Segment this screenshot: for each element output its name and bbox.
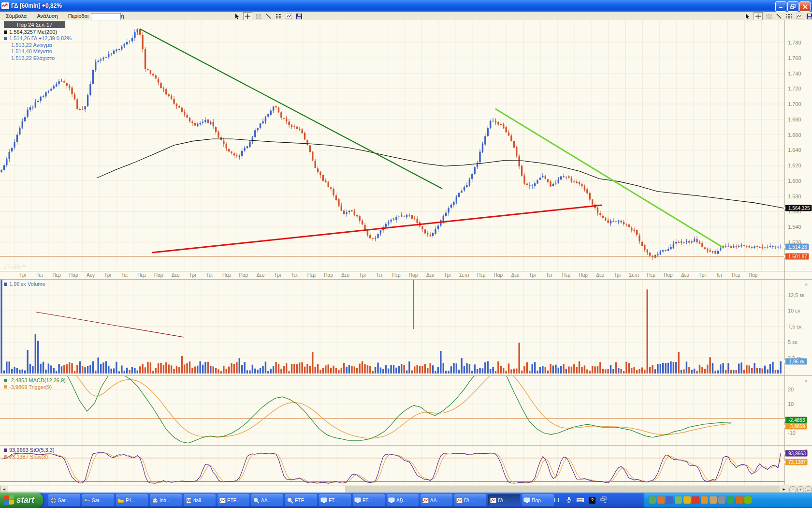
tray-green-utility-icon[interactable] — [649, 496, 656, 504]
macd-chart-canvas[interactable] — [0, 376, 784, 445]
trendline-icon[interactable] — [264, 13, 273, 20]
price-legend-row: 1.513,22 Ανοιγμα — [4, 42, 52, 48]
taskbar-button-9[interactable]: FT... — [319, 494, 351, 506]
taskbar-button-2[interactable]: Sar... — [82, 494, 114, 506]
taskbar-button-5[interactable]: Wdail... — [184, 494, 216, 506]
x-axis-label: Σεπτ — [459, 272, 470, 278]
tray-nvidia-icon[interactable] — [744, 496, 752, 504]
trendline-icon[interactable] — [775, 13, 783, 20]
price-legend-row: 1.564,3257 Me(200) — [4, 29, 57, 35]
price-tick: 1.540 — [788, 224, 801, 230]
microphone-icon[interactable] — [566, 496, 572, 504]
price-tick: 1.680 — [788, 117, 801, 122]
price-tick: 1.780 — [788, 40, 801, 45]
volume-pane-close-icon[interactable]: × — [803, 282, 809, 287]
help-icon[interactable]: ? — [589, 497, 595, 504]
stoch-pane-close-icon[interactable]: × — [803, 447, 809, 453]
x-axis-label: Παρ — [579, 272, 588, 278]
horizontal-lines-icon[interactable] — [785, 13, 793, 20]
tray-blue-r-app-icon[interactable] — [666, 496, 673, 504]
toolbar-right — [743, 12, 812, 20]
tray-green-status-icon[interactable] — [727, 496, 734, 504]
window-titlebar[interactable]: ΓΔ [60min] +0,82% — [0, 0, 812, 12]
price-legend-row: 1.514,48 Μέγιστο — [4, 48, 52, 54]
cursor-icon[interactable] — [233, 13, 241, 20]
volume-chart-canvas[interactable] — [0, 280, 784, 375]
taskbar-button-3[interactable]: F:\... — [116, 494, 148, 506]
start-button[interactable]: start — [0, 493, 43, 508]
tray-orange-tool-icon[interactable] — [657, 496, 665, 504]
close-button[interactable] — [799, 1, 811, 12]
price-tick: 1.600 — [788, 178, 801, 184]
tray-gears-status-icon[interactable] — [675, 496, 682, 504]
x-axis-label: Τρι — [274, 272, 281, 278]
save-icon[interactable] — [805, 13, 812, 20]
tray-security-shield-icon[interactable] — [683, 496, 691, 504]
restore-button[interactable] — [787, 1, 798, 12]
taskbar-button-13[interactable]: ΓΔ ... — [454, 494, 486, 506]
taskbar-button-14[interactable]: ΓΔ .. — [488, 494, 520, 506]
indicator-legend-row: -2,4853 MACD(12,26,9) — [4, 377, 66, 383]
tray-messenger-icon[interactable] — [710, 496, 717, 504]
chart-icon[interactable] — [285, 13, 293, 20]
tray-red-alert-icon[interactable] — [692, 496, 699, 504]
x-axis-label: Πεμ — [562, 272, 570, 278]
dotted-box-icon[interactable] — [765, 13, 773, 20]
volume-tick: 10 εκ — [788, 308, 800, 314]
crosshair-icon[interactable] — [754, 12, 763, 20]
dotted-box-icon[interactable] — [254, 13, 262, 20]
x-axis-label: Τετ — [121, 272, 128, 278]
language-indicator[interactable]: EL — [554, 497, 561, 504]
taskbar-button-12[interactable]: ΑΛ... — [420, 494, 452, 506]
horizontal-scrollbar: ◄ ► − + ↔ — [0, 485, 812, 493]
menu-Σύμβολα[interactable]: Σύμβολα — [3, 12, 29, 20]
chart-icon[interactable] — [795, 13, 803, 20]
minimize-button[interactable] — [775, 1, 786, 12]
taskbar: start Sar...Sar...F:\...Inb...Wdail...ET… — [0, 493, 812, 508]
tray-update-icon[interactable] — [736, 496, 743, 504]
horizontal-lines-icon[interactable] — [275, 13, 283, 20]
x-axis-label: Πεμ — [392, 272, 400, 278]
x-axis-label: Παρ — [749, 272, 758, 278]
monitor-icon — [354, 497, 361, 503]
save-icon[interactable] — [295, 13, 303, 20]
tray-speaker-icon[interactable] — [718, 496, 725, 504]
taskbar-button-7[interactable]: ΑΛ... — [251, 494, 283, 506]
keyboard-ime-icon[interactable] — [577, 497, 584, 504]
app-chart-icon — [1, 2, 9, 9]
taskbar-button-6[interactable]: ETE... — [218, 494, 249, 506]
restore-panel-icon[interactable] — [600, 496, 607, 504]
taskbar-button-8[interactable]: ΕΤΕ... — [285, 494, 317, 506]
ztrade-watermark: ZTrade™ — [4, 264, 26, 269]
tray-orange-flag-icon[interactable] — [701, 496, 708, 504]
taskbar-button-11[interactable]: Αξι... — [387, 494, 419, 506]
symbol-input[interactable] — [91, 13, 121, 20]
volume-tick: 12,5 εκ — [788, 292, 805, 298]
menu-Ανάλυση[interactable]: Ανάλυση — [34, 12, 60, 20]
price-chart-canvas[interactable] — [0, 20, 784, 271]
x-axis-label: Παρ — [664, 272, 673, 278]
svg-text:W: W — [187, 498, 191, 503]
x-axis-label: Τετ — [376, 272, 382, 278]
x-axis-label: Πεμ — [732, 272, 740, 278]
taskbar-button-4[interactable]: Inb... — [150, 494, 182, 506]
taskbar-button-10[interactable]: FT... — [353, 494, 385, 506]
taskbar-button-15[interactable]: Παρ... — [522, 494, 554, 506]
scrollbar-track[interactable] — [345, 486, 779, 493]
x-axis-label: Παρ — [494, 272, 503, 278]
x-axis-label: Τρι — [444, 272, 450, 278]
cursor-icon[interactable] — [743, 13, 752, 20]
price-tick: 1.720 — [788, 86, 801, 91]
macd-tick: -10 — [788, 430, 796, 436]
menu-Περίοδοι[interactable]: Περίοδοι — [65, 12, 91, 20]
taskbar-button-1[interactable]: Sar... — [48, 494, 80, 506]
macd-pane-close-icon[interactable]: × — [803, 378, 809, 384]
x-axis-label: Δευ — [681, 272, 689, 278]
stochastic-chart-canvas[interactable] — [0, 446, 784, 485]
x-axis-label: Δευ — [596, 272, 604, 278]
crosshair-icon[interactable] — [243, 12, 252, 20]
magnifier-icon — [287, 497, 293, 503]
indicator-legend-row: 1,96 εκ Volume — [4, 281, 45, 287]
magnifier-icon — [253, 497, 260, 503]
price-tick: 1.520 — [788, 239, 801, 245]
